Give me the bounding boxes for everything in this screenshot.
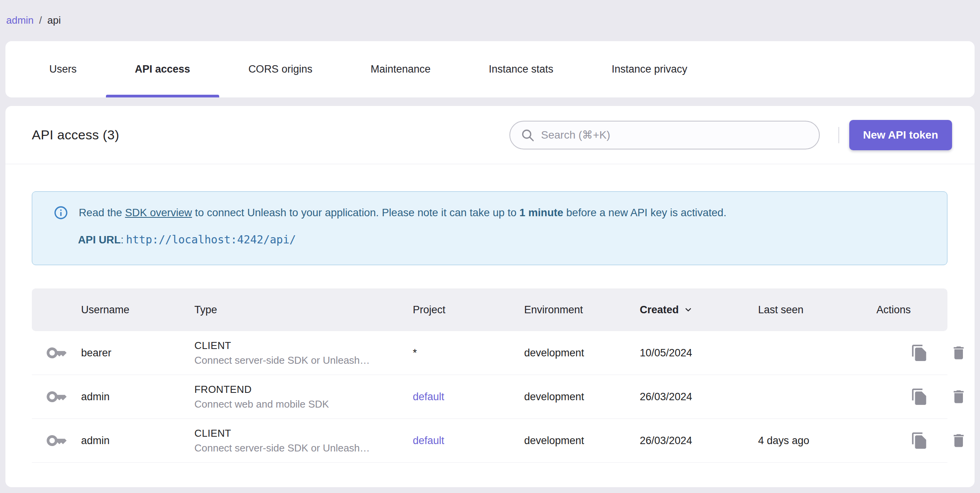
search-input[interactable] xyxy=(541,129,809,141)
breadcrumb-current: api xyxy=(47,15,61,26)
page-title: API access (3) xyxy=(32,127,119,142)
tab-api-access[interactable]: API access xyxy=(106,41,220,97)
header-cell-username[interactable]: Username xyxy=(81,304,194,316)
header-divider xyxy=(838,127,839,143)
copy-token-button[interactable] xyxy=(911,388,928,406)
info-banner: Read the SDK overview to connect Unleash… xyxy=(32,191,947,265)
token-environment: development xyxy=(524,435,640,447)
tab-instance-stats-label: Instance stats xyxy=(489,63,554,75)
trash-icon xyxy=(950,432,967,449)
tab-users-label: Users xyxy=(49,63,77,75)
header-type-label: Type xyxy=(194,304,217,316)
token-created: 10/05/2024 xyxy=(640,347,758,359)
info-icon xyxy=(53,205,69,220)
tab-users[interactable]: Users xyxy=(20,41,106,97)
copy-token-button[interactable] xyxy=(911,344,928,362)
header-cell-actions: Actions xyxy=(876,304,947,316)
table-row: admin FRONTEND Connect web and mobile SD… xyxy=(32,375,947,419)
banner-text: Read the SDK overview to connect Unleash… xyxy=(79,205,726,220)
api-access-card: API access (3) New API token Read the SD… xyxy=(5,106,975,487)
delete-token-button[interactable] xyxy=(950,388,967,405)
token-type: CLIENT Connect server-side SDK or Unleas… xyxy=(194,427,413,454)
header-username-label: Username xyxy=(81,304,130,316)
delete-token-button[interactable] xyxy=(950,432,967,449)
token-username: bearer xyxy=(81,347,194,359)
token-type: FRONTEND Connect web and mobile SDK xyxy=(194,384,413,410)
key-icon xyxy=(46,342,68,364)
key-icon xyxy=(46,430,68,451)
banner-text-prefix: Read the xyxy=(79,207,125,219)
api-url-separator: : xyxy=(121,232,124,248)
breadcrumb: admin / api xyxy=(0,0,980,26)
token-created: 26/03/2024 xyxy=(640,435,758,447)
token-type-title: CLIENT xyxy=(194,340,413,352)
tab-instance-privacy[interactable]: Instance privacy xyxy=(582,41,716,97)
table-row: bearer CLIENT Connect server-side SDK or… xyxy=(32,331,947,375)
header-cell-type[interactable]: Type xyxy=(194,304,413,316)
header-actions: New API token xyxy=(509,120,952,150)
api-url-value: http://localhost:4242/api/ xyxy=(126,232,296,248)
header-cell-last-seen[interactable]: Last seen xyxy=(758,304,876,316)
header-cell-created-sort[interactable]: Created xyxy=(640,304,758,316)
token-environment: development xyxy=(524,347,640,359)
copy-icon xyxy=(911,344,928,362)
search-box xyxy=(509,121,820,149)
tab-api-access-label: API access xyxy=(135,63,190,75)
token-environment: development xyxy=(524,391,640,403)
tab-cors-origins[interactable]: CORS origins xyxy=(219,41,341,97)
breadcrumb-separator: / xyxy=(39,15,42,26)
banner-text-middle: to connect Unleash to your application. … xyxy=(192,207,519,219)
token-project-link[interactable]: default xyxy=(413,391,444,403)
tab-cors-origins-label: CORS origins xyxy=(248,63,312,75)
delete-token-button[interactable] xyxy=(950,344,967,361)
trash-icon xyxy=(950,388,967,405)
sdk-overview-link[interactable]: SDK overview xyxy=(125,207,192,219)
breadcrumb-admin-link[interactable]: admin xyxy=(6,15,34,26)
token-type-title: FRONTEND xyxy=(194,384,413,396)
token-username: admin xyxy=(81,391,194,403)
token-created: 26/03/2024 xyxy=(640,391,758,403)
copy-token-button[interactable] xyxy=(911,432,928,450)
admin-tabs-bar: Users API access CORS origins Maintenanc… xyxy=(5,41,975,97)
api-url-line: API URL: http://localhost:4242/api/ xyxy=(78,232,932,248)
token-project: * xyxy=(413,347,417,359)
search-icon xyxy=(520,128,535,142)
banner-text-suffix: before a new API key is activated. xyxy=(563,207,726,219)
token-username: admin xyxy=(81,435,194,447)
token-last-seen: 4 days ago xyxy=(758,435,876,447)
tab-maintenance[interactable]: Maintenance xyxy=(341,41,460,97)
token-type-description: Connect web and mobile SDK xyxy=(194,398,413,410)
copy-icon xyxy=(911,432,928,450)
banner-text-bold: 1 minute xyxy=(519,207,563,219)
header-last-seen-label: Last seen xyxy=(758,304,803,316)
header-project-label: Project xyxy=(413,304,445,316)
new-api-token-button[interactable]: New API token xyxy=(849,120,952,150)
table-row: admin CLIENT Connect server-side SDK or … xyxy=(32,419,947,463)
card-header: API access (3) New API token xyxy=(5,106,975,164)
header-environment-label: Environment xyxy=(524,304,583,316)
tab-instance-stats[interactable]: Instance stats xyxy=(460,41,583,97)
chevron-down-icon xyxy=(683,304,694,315)
table-header-row: Username Type Project Environment Create… xyxy=(32,288,947,331)
header-cell-project[interactable]: Project xyxy=(413,304,524,316)
banner-message: Read the SDK overview to connect Unleash… xyxy=(53,205,932,220)
tab-instance-privacy-label: Instance privacy xyxy=(611,63,687,75)
api-url-label: API URL xyxy=(78,232,121,248)
api-tokens-table: Username Type Project Environment Create… xyxy=(32,288,947,463)
key-icon xyxy=(46,386,68,408)
trash-icon xyxy=(950,344,967,361)
tab-maintenance-label: Maintenance xyxy=(371,63,431,75)
header-actions-label: Actions xyxy=(876,304,911,316)
token-project-link[interactable]: default xyxy=(413,435,444,446)
header-cell-environment[interactable]: Environment xyxy=(524,304,640,316)
token-type-description: Connect server-side SDK or Unleash… xyxy=(194,442,413,454)
token-type: CLIENT Connect server-side SDK or Unleas… xyxy=(194,340,413,366)
header-created-label: Created xyxy=(640,304,679,316)
token-type-title: CLIENT xyxy=(194,427,413,439)
token-type-description: Connect server-side SDK or Unleash… xyxy=(194,354,413,366)
copy-icon xyxy=(911,388,928,406)
